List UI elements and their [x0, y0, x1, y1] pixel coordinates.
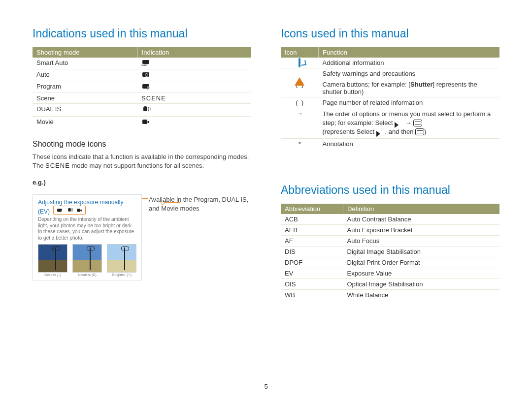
- text-part: (represents Select: [323, 128, 376, 135]
- abbr-val: Auto Exposure Bracket: [343, 224, 500, 235]
- icon-desc: Annotation: [319, 138, 500, 149]
- text-part: , and then: [385, 128, 415, 135]
- abbr-key: EV: [281, 268, 343, 278]
- table-row: Auto: [33, 69, 251, 81]
- dual-is-icon: [67, 207, 72, 213]
- note-icon: [299, 58, 300, 67]
- page-number: 5: [0, 383, 532, 390]
- icons-table: Icon Function Additional information Saf…: [281, 47, 499, 149]
- table-row: DUAL IS: [33, 104, 251, 117]
- scene-text-icon: SCENE: [141, 94, 166, 102]
- mode-name: Auto: [33, 69, 137, 81]
- table-row: → The order of options or menus you must…: [281, 108, 499, 139]
- mode-name: Smart Auto: [33, 58, 137, 69]
- play-arrow-icon: [395, 120, 403, 127]
- abbr-val: Digital Print Order Format: [343, 257, 500, 268]
- table-row: OISOptical Image Stabilisation: [281, 278, 499, 289]
- text-part: ): [424, 128, 426, 135]
- icon-desc: Additional information: [319, 58, 500, 68]
- auto-camera-icon: [141, 71, 150, 78]
- table-row: EVExposure Value: [281, 268, 499, 278]
- shooting-mode-icons-heading: Shooting mode icons: [33, 140, 251, 149]
- table-row: DISDigital Image Stabilisation: [281, 246, 499, 257]
- eg-label: e.g.): [33, 179, 46, 186]
- table-row: Additional information: [281, 58, 499, 68]
- table-row: AEBAuto Exposure Bracket: [281, 224, 499, 235]
- example-mode-badge: [53, 206, 86, 215]
- table-row: Movie: [33, 117, 251, 128]
- abbr-val: White Balance: [343, 289, 500, 300]
- thumb-caption: Neutral (0): [72, 273, 102, 277]
- icon-desc: Camera buttons; for example: [Shutter] r…: [319, 79, 500, 97]
- program-camera-icon: [141, 83, 150, 90]
- abbr-key: ACB: [281, 214, 343, 225]
- mode-name: DUAL IS: [33, 104, 137, 117]
- round-bracket-open: (: [296, 99, 298, 106]
- abbr-val: Digital Image Stabilisation: [343, 246, 500, 257]
- col-indication: Indication: [137, 47, 251, 58]
- table-row: Program: [33, 81, 251, 93]
- icon-desc: Safety warnings and precautions: [319, 68, 500, 79]
- table-row: DPOFDigital Print Order Format: [281, 257, 499, 268]
- smart-auto-icon: [141, 59, 150, 66]
- example-thumb-darker: Darker (-): [38, 244, 67, 277]
- icon-desc: Page number of related information: [319, 97, 500, 108]
- table-row: Safety warnings and precautions: [281, 68, 499, 79]
- abbreviations-title: Abbreviations used in this manual: [281, 184, 499, 197]
- table-row: Scene SCENE: [33, 93, 251, 104]
- abbr-val: Optical Image Stabilisation: [343, 278, 500, 289]
- text-part: Camera buttons; for example: [: [323, 81, 410, 88]
- table-row: WBWhite Balance: [281, 289, 499, 300]
- col-abbreviation: Abbreviation: [281, 204, 343, 214]
- program-camera-icon: [57, 208, 63, 213]
- abbr-val: Auto Contrast Balance: [343, 214, 500, 225]
- abbreviations-table: Abbreviation Definition ACBAuto Contrast…: [281, 204, 499, 300]
- abbr-key: DPOF: [281, 257, 343, 268]
- arrow-symbol: →: [281, 108, 319, 139]
- example-thumb-neutral: Neutral (0): [72, 244, 102, 277]
- example-thumb-brighter: Brighter (+): [107, 244, 136, 277]
- movie-icon: [141, 118, 150, 125]
- table-row: * Annotation: [281, 138, 499, 149]
- shutter-bold: Shutter: [410, 81, 433, 88]
- dual-is-icon: [141, 105, 149, 113]
- example-box: Adjusting the exposure manually (EV) Dep…: [33, 194, 142, 280]
- warning-icon: [295, 70, 304, 86]
- col-shooting-mode: Shooting mode: [33, 47, 137, 58]
- mode-name: Scene: [33, 93, 137, 104]
- example-callout: Available in the Program, DUAL IS, and M…: [149, 194, 251, 213]
- indications-title: Indications used in this manual: [33, 27, 251, 40]
- shooting-modes-table: Shooting mode Indication Smart Auto Auto…: [33, 47, 251, 128]
- movie-icon: [76, 208, 83, 213]
- thumb-caption: Brighter (+): [107, 273, 136, 277]
- mode-name: Program: [33, 81, 137, 93]
- table-row: [ ] Camera buttons; for example: [Shutte…: [281, 79, 499, 97]
- abbr-key: AEB: [281, 224, 343, 235]
- table-row: Smart Auto: [33, 58, 251, 69]
- desc-part2: mode may not support functions for all s…: [70, 162, 204, 169]
- text-part: →: [403, 119, 413, 126]
- table-row: ( ) Page number of related information: [281, 97, 499, 108]
- shooting-mode-icons-desc: These icons indicate that a function is …: [33, 153, 251, 170]
- dial-icon: [415, 128, 424, 135]
- abbr-key: WB: [281, 289, 343, 300]
- table-row: ACBAuto Contrast Balance: [281, 214, 499, 225]
- col-definition: Definition: [343, 204, 500, 214]
- abbr-val: Exposure Value: [343, 268, 500, 278]
- play-arrow-icon: [376, 129, 385, 136]
- scene-word-inline: SCENE: [45, 162, 70, 169]
- icons-title: Icons used in this manual: [281, 27, 499, 40]
- table-row: AFAuto Focus: [281, 235, 499, 246]
- abbr-key: DIS: [281, 246, 343, 257]
- col-icon: Icon: [281, 47, 319, 58]
- asterisk-symbol: *: [281, 138, 319, 149]
- mode-name: Movie: [33, 117, 137, 128]
- example-desc: Depending on the intensity of the ambien…: [38, 216, 136, 241]
- thumb-caption: Darker (-): [38, 273, 67, 277]
- abbr-val: Auto Focus: [343, 235, 500, 246]
- round-bracket-close: ): [301, 99, 303, 106]
- abbr-key: OIS: [281, 278, 343, 289]
- col-function: Function: [319, 47, 500, 58]
- abbr-key: AF: [281, 235, 343, 246]
- icon-desc: The order of options or menus you must s…: [319, 108, 500, 139]
